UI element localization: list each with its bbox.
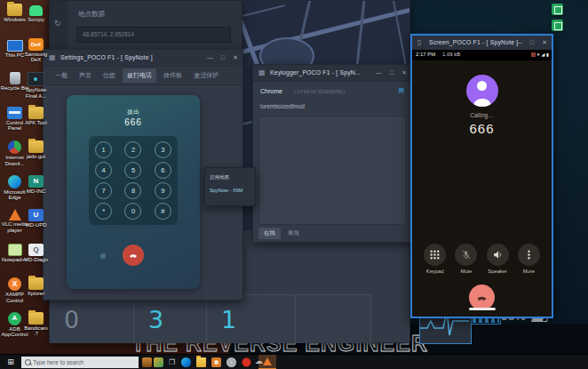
record-icon[interactable] [242,357,251,367]
minimize-button[interactable]: — [207,53,213,62]
green-shortcut-icon[interactable] [552,4,563,15]
desktop-icon-jadx-gui[interactable]: jadx-gui [21,140,51,160]
end-call-button[interactable] [469,285,495,310]
keypad-key-8[interactable]: 8 [124,182,141,199]
u-icon: U [28,209,44,221]
file-explorer-icon[interactable] [196,357,206,367]
search-input[interactable] [33,359,139,365]
edge-icon[interactable] [181,357,191,367]
keylogger-log-text: loremboizedfmod [260,103,305,109]
folder-icon [7,4,22,16]
desktop-icon-spynote-final-a-[interactable]: SpyNote Final A... [21,72,51,99]
location-panel-title: 地点数据 [78,10,105,19]
close-button[interactable]: ✕ [233,53,238,62]
mic-off-icon[interactable] [455,244,477,266]
minimize-button[interactable]: — [516,38,522,47]
vlc-icon [9,209,21,221]
mag-icon: Q [28,244,44,256]
desktop-icon-label: MD-Diagn [21,257,51,263]
call-actions: KeypadMuteSpeakerMore [412,244,552,274]
dialer-preview: 拨出 666 123456789*0# [67,95,200,289]
online-filter-button[interactable]: 在线 [258,228,281,239]
desktop-icon-bandicam-7[interactable]: Bandicam .7 [21,312,51,337]
dialer-number: 666 [67,117,200,127]
keypad-key-6[interactable]: 6 [155,162,171,179]
taskbar-news-icon[interactable] [142,357,152,367]
minimize-button[interactable]: — [376,68,382,77]
desktop-icon-scrcpy[interactable]: Scrcpy [21,4,51,23]
tab-声音[interactable]: 声音 [75,68,96,83]
keypad-key-2[interactable]: 2 [124,141,141,158]
desktop-icon-label: jadx-gui [21,154,51,160]
desktop-icon-md-upd[interactable]: UMD-UPD [21,209,51,229]
maximize-button[interactable]: □ [221,53,225,62]
desktop-icon-label: APK Tool [21,120,51,126]
tab-操作板[interactable]: 操作板 [159,68,187,83]
keypad-key-5[interactable]: 5 [124,162,141,179]
home-indicator[interactable] [469,308,496,310]
keypad-key-#[interactable]: # [155,203,171,220]
keypad-key-3[interactable]: 3 [155,141,171,158]
taskbar-search[interactable] [21,357,139,368]
coordinates-field[interactable]: 48.85714, 2.952814 [76,27,231,43]
screen-titlebar: ▯ Screen_POCO F1 - [ SpyNote ] — □ ✕ [412,36,552,51]
keylogger-timestamp: ( 17:04:04 2024/03/05 ) [294,89,345,94]
tab-拨打电话[interactable]: 拨打电话 [123,68,156,83]
status-data-usage: 1.09 kB [442,52,460,57]
call-action-keypad: Keypad [421,244,449,274]
settings-titlebar: ▦ Settings_POCO F1 - [ SpyNote ] — □ ✕ [44,50,242,67]
call-action-speaker: Speaker [483,244,512,274]
call-action-label: Mute [452,269,481,274]
desktop-icon-label: SpyNote Final A... [21,87,51,99]
desktop-icon-apk-tool[interactable]: APK Tool [21,107,51,126]
phone-screen[interactable]: 2:17 PM 1.09 kB ▾ ◢ ▮ Calling… 666 Keypa… [412,50,552,317]
call-number: 666 [412,121,552,136]
tab-位图[interactable]: 位图 [99,68,120,83]
cast-icon [531,52,536,57]
close-button[interactable]: ✕ [542,38,547,47]
folder-icon [28,107,44,119]
dialpad-icon[interactable] [424,244,446,266]
taskbar: ⊞ ❐ ☁ [0,354,588,369]
battery-status-icon: ▮ [546,52,549,58]
desktop-icon-xplorer[interactable]: Xplorer [21,277,51,297]
maximize-button[interactable]: □ [390,68,393,77]
settings-window-title: Settings_POCO F1 - [ SpyNote ] [60,54,153,60]
maximize-button[interactable]: □ [530,38,534,47]
photos-icon[interactable] [211,357,221,367]
desktop-icon-label: Scrcpy [21,17,51,23]
status-time: 2:17 PM [416,52,435,57]
tab-激活保护[interactable]: 激活保护 [189,68,223,83]
globe-icon[interactable] [226,357,236,367]
card-icon [7,107,22,119]
counter-cell: 3 [134,295,207,343]
desktop-icon-md-inc[interactable]: NMD-INC [21,175,51,195]
speaker-icon[interactable] [487,244,509,266]
desktop-icon-samsung-dex[interactable]: DeXSamsung DeX [21,38,51,63]
dialer-keypad: 123456789*0# [89,136,178,225]
call-action-more: More [514,244,543,274]
keypad-key-*[interactable]: * [95,203,112,220]
more-icon[interactable] [518,244,540,266]
close-button[interactable]: ✕ [401,68,407,77]
dialer-aux-icon [100,253,106,259]
keypad-key-1[interactable]: 1 [95,141,112,158]
keypad-key-4[interactable]: 4 [95,162,112,179]
taskbar-weather-icon[interactable] [154,357,163,367]
keypad-key-0[interactable]: 0 [124,203,141,220]
map-note-line1: 启用地图 [210,174,229,180]
dialer-end-call-button[interactable] [123,245,144,266]
keypad-key-9[interactable]: 9 [155,182,171,199]
coordinates-value: 48.85714, 2.952814 [83,31,134,37]
desktop-icon-md-diagn[interactable]: QMD-Diagn [21,244,51,263]
start-button[interactable]: ⊞ [0,355,21,369]
task-view-icon[interactable]: ❐ [167,357,177,367]
green-shortcut-icon[interactable] [552,20,563,31]
counter-value: 0 [50,306,79,333]
dialer-status-label: 拨出 [67,108,200,116]
tab-一般[interactable]: 一般 [51,68,72,83]
offline-filter-button[interactable]: 离线 [288,229,299,237]
keypad-key-7[interactable]: 7 [95,182,112,199]
vlc-taskbar-button[interactable] [258,355,276,369]
refresh-icon[interactable]: ↻ [54,19,61,28]
